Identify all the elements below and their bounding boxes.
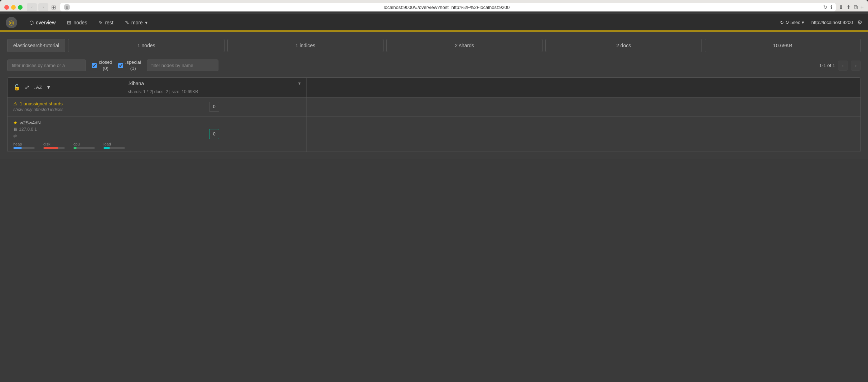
table-header-row: 🔓 ⤢ ↓AZ ▼ .kibana ▾ shards: 1 * 2| docs:… [8, 78, 860, 97]
filter-indices-input[interactable] [7, 59, 86, 71]
add-tab-button[interactable]: + [860, 4, 864, 10]
logo-icon: ◎ [9, 19, 14, 27]
maximize-button[interactable] [18, 5, 23, 10]
load-metric: load [103, 142, 125, 149]
share-button[interactable]: ⬆ [846, 4, 851, 11]
node-row: ★ w2Sw4dN 🖥 127.0.0.1 ⇄ heap [8, 116, 860, 152]
node-empty-3 [676, 116, 861, 152]
traffic-lights [4, 5, 23, 10]
stat-nodes: 1 nodes [68, 39, 224, 52]
refresh-icon: ↻ [780, 20, 784, 25]
stat-indices: 1 indices [227, 39, 384, 52]
pagination-text: 1-1 of 1 [819, 63, 835, 68]
load-bar [103, 147, 110, 149]
filter-bar: closed (0) .special (1) 1-1 of 1 ‹ › [7, 59, 861, 72]
nodes-icon: ⊞ [67, 20, 71, 25]
node-info-cell: ★ w2Sw4dN 🖥 127.0.0.1 ⇄ heap [8, 116, 122, 152]
lock-icon[interactable]: 🔓 [13, 84, 20, 91]
stat-shards: 2 shards [386, 39, 542, 52]
filter-nodes-input[interactable] [147, 59, 218, 71]
unassigned-row: ⚠ 1 unassigned shards show only affected… [8, 97, 860, 116]
index-name: .kibana [128, 81, 144, 86]
cpu-metric: cpu [73, 142, 95, 149]
heap-bar-wrap [13, 147, 35, 149]
node-empty-1 [307, 116, 492, 152]
nav-nodes[interactable]: ⊞ nodes [62, 17, 92, 28]
star-icon: ★ [13, 120, 18, 125]
node-col-4 [676, 78, 861, 97]
settings-icon[interactable]: ⚙ [857, 19, 862, 26]
grid-button[interactable]: ⊞ [51, 4, 56, 11]
cpu-bar [73, 147, 77, 149]
heap-bar [13, 147, 22, 149]
expand-icon[interactable]: ⤢ [25, 84, 29, 91]
index-meta: shards: 1 * 2| docs: 2 | size: 10.69KB [128, 89, 198, 94]
prev-page-button[interactable]: ‹ [838, 61, 848, 71]
metrics-row: heap disk cpu [8, 142, 131, 152]
node-ip-text: 127.0.0.1 [19, 127, 37, 132]
nav-rest[interactable]: ✎ rest [93, 17, 118, 28]
sync-icon: ⇄ [13, 133, 17, 138]
more-icon: ✎ [125, 20, 129, 25]
stats-bar: elasticsearch-tutorial 1 nodes 1 indices… [7, 39, 861, 52]
special-checkbox-group: .special (1) [118, 59, 141, 72]
filter-dropdown-icon[interactable]: ▼ [46, 85, 51, 90]
close-button[interactable] [4, 5, 9, 10]
download-button[interactable]: ⬇ [839, 4, 843, 11]
disk-bar-wrap [43, 147, 65, 149]
disk-icon: 🖥 [13, 127, 18, 132]
stat-size: 10.69KB [705, 39, 861, 52]
minimize-button[interactable] [11, 5, 16, 10]
shard-cell-unassigned: 0 [122, 97, 307, 116]
unassigned-warning: ⚠ 1 unassigned shards [13, 101, 63, 106]
node-empty-2 [491, 116, 676, 152]
warning-icon: ⚠ [13, 101, 18, 106]
nav-right: ↻ ↻ 5sec ▾ http://localhost:9200 ⚙ [777, 18, 862, 27]
back-button[interactable]: ‹ [27, 3, 37, 11]
nav-items: ⬡ overview ⊞ nodes ✎ rest ✎ more ▾ [24, 17, 777, 28]
header-actions: 🔓 ⤢ ↓AZ ▼ [13, 84, 51, 91]
table-controls-cell: 🔓 ⤢ ↓AZ ▼ [8, 78, 122, 97]
node-col-2 [307, 78, 492, 97]
shard-cell-empty-1 [307, 97, 492, 116]
node-info: ★ w2Sw4dN 🖥 127.0.0.1 ⇄ [8, 116, 47, 142]
special-checkbox[interactable] [118, 63, 123, 68]
host-url: http://localhost:9200 [811, 20, 853, 25]
chevron-down-icon: ▾ [145, 20, 148, 25]
disk-metric: disk [43, 142, 65, 149]
app-navbar: ◎ ⬡ overview ⊞ nodes ✎ rest ✎ more ▾ ↻ ↻… [0, 14, 868, 32]
cpu-bar-wrap [73, 147, 95, 149]
shard-cell-node: 0 [122, 116, 307, 152]
stat-docs: 2 docs [545, 39, 701, 52]
disk-bar [43, 147, 58, 149]
address-bar[interactable]: U localhost:9000/#/overview?host=http:%2… [60, 3, 836, 11]
browser-chrome: ‹ › ⊞ U localhost:9000/#/overview?host=h… [0, 0, 868, 11]
reload-button[interactable]: ↻ [823, 4, 828, 10]
cluster-name: elasticsearch-tutorial [7, 39, 65, 52]
node-col-3 [491, 78, 676, 97]
closed-checkbox-group: closed (0) [92, 59, 112, 72]
app-logo: ◎ [6, 17, 17, 28]
next-page-button[interactable]: › [851, 61, 861, 71]
shard-box-0[interactable]: 0 [209, 102, 219, 112]
nav-more[interactable]: ✎ more ▾ [120, 17, 153, 28]
overview-table: 🔓 ⤢ ↓AZ ▼ .kibana ▾ shards: 1 * 2| docs:… [7, 77, 861, 152]
index-dropdown-icon[interactable]: ▾ [298, 81, 301, 86]
rest-icon: ✎ [98, 20, 103, 25]
sort-az-icon[interactable]: ↓AZ [34, 85, 42, 90]
index-header-cell: .kibana ▾ shards: 1 * 2| docs: 2 | size:… [122, 78, 307, 97]
forward-button[interactable]: › [38, 3, 48, 11]
main-content: elasticsearch-tutorial 1 nodes 1 indices… [0, 32, 868, 159]
refresh-button[interactable]: ↻ ↻ 5sec ▾ [777, 18, 807, 27]
nav-overview[interactable]: ⬡ overview [24, 17, 61, 28]
affected-indices-link[interactable]: show only affected indices [13, 107, 63, 112]
overview-icon: ⬡ [29, 20, 34, 25]
closed-checkbox[interactable] [92, 63, 97, 68]
refresh-dropdown-icon: ▾ [802, 20, 804, 25]
site-icon: U [64, 4, 70, 10]
shard-box-node[interactable]: 0 [209, 129, 219, 139]
node-name: w2Sw4dN [20, 120, 41, 125]
info-button[interactable]: ℹ [830, 4, 832, 10]
tabs-button[interactable]: ⧉ [854, 4, 858, 10]
heap-metric: heap [13, 142, 35, 149]
